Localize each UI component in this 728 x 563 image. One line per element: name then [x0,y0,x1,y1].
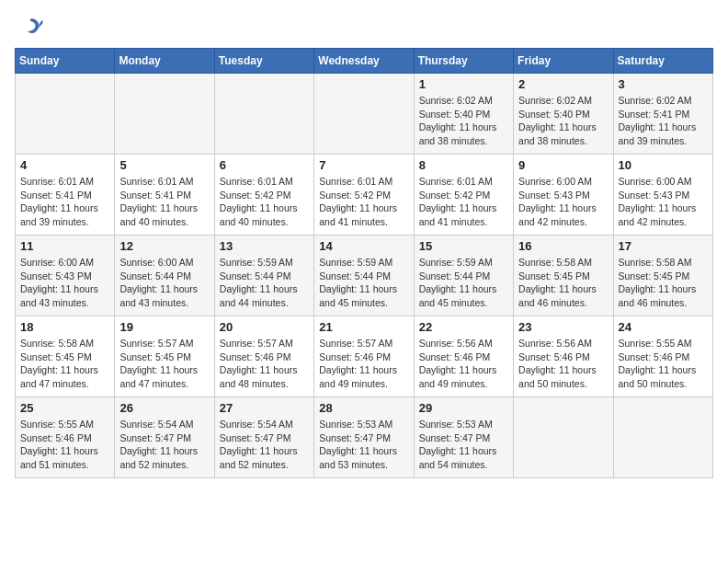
day-info: Sunrise: 6:02 AM Sunset: 5:40 PM Dayligh… [518,94,608,148]
calendar-cell [514,397,613,478]
day-number: 11 [20,239,109,253]
day-number: 23 [518,320,608,334]
weekday-header-tuesday: Tuesday [214,49,313,74]
day-info: Sunrise: 5:57 AM Sunset: 5:45 PM Dayligh… [119,337,209,391]
day-info: Sunrise: 5:53 AM Sunset: 5:47 PM Dayligh… [319,418,408,472]
day-number: 4 [20,158,109,172]
day-info: Sunrise: 6:00 AM Sunset: 5:44 PM Dayligh… [119,256,209,310]
day-info: Sunrise: 6:01 AM Sunset: 5:42 PM Dayligh… [419,175,508,229]
calendar-cell: 10Sunrise: 6:00 AM Sunset: 5:43 PM Dayli… [613,155,712,236]
day-info: Sunrise: 6:02 AM Sunset: 5:41 PM Dayligh… [619,94,708,148]
day-number: 16 [518,239,608,253]
calendar-cell: 16Sunrise: 5:58 AM Sunset: 5:45 PM Dayli… [514,236,613,316]
calendar-cell: 15Sunrise: 5:59 AM Sunset: 5:44 PM Dayli… [414,236,513,316]
day-info: Sunrise: 5:57 AM Sunset: 5:46 PM Dayligh… [220,337,309,391]
day-info: Sunrise: 6:01 AM Sunset: 5:41 PM Dayligh… [20,175,109,229]
day-number: 6 [220,158,309,172]
day-info: Sunrise: 5:57 AM Sunset: 5:46 PM Dayligh… [319,337,408,391]
calendar-cell: 18Sunrise: 5:58 AM Sunset: 5:45 PM Dayli… [16,316,115,397]
day-number: 10 [619,158,708,172]
day-info: Sunrise: 5:58 AM Sunset: 5:45 PM Dayligh… [20,337,109,391]
calendar-cell: 29Sunrise: 5:53 AM Sunset: 5:47 PM Dayli… [414,397,513,478]
calendar-cell: 14Sunrise: 5:59 AM Sunset: 5:44 PM Dayli… [314,236,414,316]
day-number: 18 [20,320,109,334]
calendar-cell: 7Sunrise: 6:01 AM Sunset: 5:42 PM Daylig… [314,155,414,236]
day-number: 14 [319,239,408,253]
header [15,15,713,40]
calendar-cell: 23Sunrise: 5:56 AM Sunset: 5:46 PM Dayli… [514,316,613,397]
calendar-cell: 24Sunrise: 5:55 AM Sunset: 5:46 PM Dayli… [613,316,712,397]
day-info: Sunrise: 6:00 AM Sunset: 5:43 PM Dayligh… [619,175,708,229]
day-info: Sunrise: 5:53 AM Sunset: 5:47 PM Dayligh… [419,418,508,472]
day-number: 19 [119,320,209,334]
calendar-cell: 22Sunrise: 5:56 AM Sunset: 5:46 PM Dayli… [414,316,513,397]
calendar-week-row: 4Sunrise: 6:01 AM Sunset: 5:41 PM Daylig… [16,155,713,236]
day-info: Sunrise: 6:02 AM Sunset: 5:40 PM Dayligh… [419,94,508,148]
day-info: Sunrise: 6:01 AM Sunset: 5:42 PM Dayligh… [319,175,408,229]
day-info: Sunrise: 6:01 AM Sunset: 5:41 PM Dayligh… [119,175,209,229]
calendar-table: SundayMondayTuesdayWednesdayThursdayFrid… [15,48,713,478]
calendar-cell: 19Sunrise: 5:57 AM Sunset: 5:45 PM Dayli… [115,316,214,397]
calendar-cell [16,74,115,155]
day-info: Sunrise: 5:54 AM Sunset: 5:47 PM Dayligh… [220,418,309,472]
calendar-cell: 17Sunrise: 5:58 AM Sunset: 5:45 PM Dayli… [613,236,712,316]
day-info: Sunrise: 5:58 AM Sunset: 5:45 PM Dayligh… [619,256,708,310]
day-info: Sunrise: 5:59 AM Sunset: 5:44 PM Dayligh… [220,256,309,310]
calendar-cell: 8Sunrise: 6:01 AM Sunset: 5:42 PM Daylig… [414,155,513,236]
calendar-cell: 13Sunrise: 5:59 AM Sunset: 5:44 PM Dayli… [214,236,313,316]
day-number: 1 [419,77,508,91]
day-number: 28 [319,401,408,415]
calendar-cell [613,397,712,478]
calendar-cell: 9Sunrise: 6:00 AM Sunset: 5:43 PM Daylig… [514,155,613,236]
day-number: 15 [419,239,508,253]
calendar-cell: 26Sunrise: 5:54 AM Sunset: 5:47 PM Dayli… [115,397,214,478]
day-info: Sunrise: 5:56 AM Sunset: 5:46 PM Dayligh… [518,337,608,391]
calendar-cell: 28Sunrise: 5:53 AM Sunset: 5:47 PM Dayli… [314,397,414,478]
day-number: 20 [220,320,309,334]
day-info: Sunrise: 5:58 AM Sunset: 5:45 PM Dayligh… [518,256,608,310]
day-number: 29 [419,401,508,415]
weekday-header-row: SundayMondayTuesdayWednesdayThursdayFrid… [16,49,713,74]
calendar-cell: 25Sunrise: 5:55 AM Sunset: 5:46 PM Dayli… [16,397,115,478]
weekday-header-sunday: Sunday [16,49,115,74]
day-number: 3 [619,77,708,91]
weekday-header-friday: Friday [514,49,613,74]
calendar-cell [314,74,414,155]
day-number: 13 [220,239,309,253]
day-info: Sunrise: 5:56 AM Sunset: 5:46 PM Dayligh… [419,337,508,391]
day-number: 9 [518,158,608,172]
weekday-header-monday: Monday [115,49,214,74]
day-info: Sunrise: 6:01 AM Sunset: 5:42 PM Dayligh… [220,175,309,229]
calendar-cell: 3Sunrise: 6:02 AM Sunset: 5:41 PM Daylig… [613,74,712,155]
calendar-cell [214,74,313,155]
day-number: 17 [619,239,708,253]
calendar-week-row: 25Sunrise: 5:55 AM Sunset: 5:46 PM Dayli… [16,397,713,478]
logo-bird-icon [18,15,44,40]
day-info: Sunrise: 5:55 AM Sunset: 5:46 PM Dayligh… [20,418,109,472]
calendar-cell: 1Sunrise: 6:02 AM Sunset: 5:40 PM Daylig… [414,74,513,155]
day-number: 26 [119,401,209,415]
calendar-cell: 27Sunrise: 5:54 AM Sunset: 5:47 PM Dayli… [214,397,313,478]
day-info: Sunrise: 5:54 AM Sunset: 5:47 PM Dayligh… [119,418,209,472]
day-number: 22 [419,320,508,334]
day-number: 25 [20,401,109,415]
calendar-cell: 4Sunrise: 6:01 AM Sunset: 5:41 PM Daylig… [16,155,115,236]
calendar-week-row: 1Sunrise: 6:02 AM Sunset: 5:40 PM Daylig… [16,74,713,155]
calendar-cell: 5Sunrise: 6:01 AM Sunset: 5:41 PM Daylig… [115,155,214,236]
weekday-header-saturday: Saturday [613,49,712,74]
day-number: 12 [119,239,209,253]
calendar-week-row: 18Sunrise: 5:58 AM Sunset: 5:45 PM Dayli… [16,316,713,397]
day-info: Sunrise: 5:59 AM Sunset: 5:44 PM Dayligh… [419,256,508,310]
weekday-header-wednesday: Wednesday [314,49,414,74]
calendar-cell: 21Sunrise: 5:57 AM Sunset: 5:46 PM Dayli… [314,316,414,397]
calendar-cell: 11Sunrise: 6:00 AM Sunset: 5:43 PM Dayli… [16,236,115,316]
day-number: 7 [319,158,408,172]
day-number: 27 [220,401,309,415]
calendar-cell: 6Sunrise: 6:01 AM Sunset: 5:42 PM Daylig… [214,155,313,236]
day-info: Sunrise: 6:00 AM Sunset: 5:43 PM Dayligh… [518,175,608,229]
day-info: Sunrise: 5:55 AM Sunset: 5:46 PM Dayligh… [619,337,708,391]
day-info: Sunrise: 5:59 AM Sunset: 5:44 PM Dayligh… [319,256,408,310]
day-number: 2 [518,77,608,91]
calendar-cell: 12Sunrise: 6:00 AM Sunset: 5:44 PM Dayli… [115,236,214,316]
day-number: 24 [619,320,708,334]
